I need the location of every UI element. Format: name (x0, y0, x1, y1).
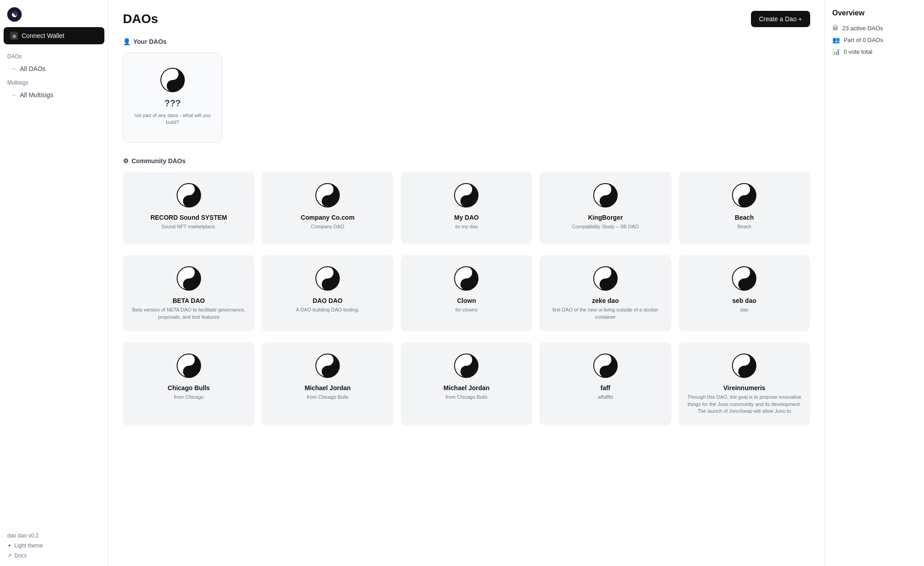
dao-card[interactable]: zeke daofirst DAO of the new ui living o… (539, 255, 671, 331)
docs-icon: ↗ (7, 552, 12, 559)
your-daos-section: 👤 Your DAOs ??? not part of any daos - w… (123, 38, 810, 143)
svg-point-5 (187, 199, 191, 203)
dao-card-desc: A DAO building DAO tooling. (296, 307, 359, 313)
dao-card-desc: Beach (737, 223, 751, 230)
dao-card-desc: dao (740, 307, 748, 313)
daos-section-label: DAOs (0, 50, 108, 61)
yin-yang-icon (160, 67, 185, 93)
svg-point-37 (325, 358, 330, 362)
community-daos-title: ⚙ Community DAOs (123, 157, 810, 165)
community-daos-section: ⚙ Community DAOs RECORD Sound SYSTEMSoun… (123, 157, 810, 425)
overview-item-text: 23 active DAOs (842, 25, 883, 32)
dao-card-name: My DAO (454, 213, 478, 222)
sidebar-logo: ☯ (0, 0, 108, 27)
empty-desc: not part of any daos - what will you bui… (134, 112, 211, 126)
yin-yang-icon (593, 183, 618, 208)
yin-yang-icon (732, 353, 757, 378)
sidebar-bottom: dao dao v0.2 ✦ Light theme ↗ Docs (0, 525, 108, 566)
dao-card-name: Vireinnumeris (723, 384, 765, 392)
dao-card[interactable]: seb daodao (679, 255, 810, 331)
yin-yang-icon (315, 353, 340, 378)
svg-point-14 (603, 199, 608, 203)
dao-card-desc: Sound NFT marketplace. (161, 223, 216, 230)
create-dao-button[interactable]: Create a Dao + (751, 11, 810, 27)
dao-card-name: RECORD Sound SYSTEM (150, 213, 227, 222)
overview-title: Overview (832, 9, 917, 17)
sidebar-item-all-multisigs[interactable]: → All Multisigs (4, 88, 104, 102)
your-daos-empty-card[interactable]: ??? not part of any daos - what will you… (123, 52, 222, 143)
dao-card-name: seb dao (732, 297, 756, 305)
svg-point-26 (464, 282, 469, 287)
version-label: dao dao v0.2 (7, 531, 101, 541)
dao-card[interactable]: VireinnumerisThrough this DAO, the goal … (679, 342, 810, 425)
dao-card[interactable]: BETA DAOBeta version of NETA DAO to faci… (123, 255, 254, 331)
arrow-icon: → (11, 92, 16, 98)
dao-card[interactable]: faffaffafffd (539, 342, 671, 425)
wallet-icon: ▣ (10, 32, 18, 40)
svg-point-16 (742, 187, 746, 192)
svg-point-23 (325, 282, 330, 287)
dao-card[interactable]: KingBorgerCompatibility Study – SB DAO (539, 172, 671, 244)
theme-toggle[interactable]: ✦ Light theme (7, 541, 101, 551)
svg-point-41 (464, 369, 469, 374)
sidebar-item-all-daos[interactable]: → All DAOs (4, 61, 104, 76)
overview-item: 📊0 vote total (832, 48, 917, 55)
dao-card[interactable]: Company Co.comCompany DAO (262, 172, 393, 244)
yin-yang-icon (454, 353, 479, 378)
yin-yang-icon (732, 266, 757, 291)
multisigs-section-label: Multisigs (0, 76, 108, 88)
person-icon: 👤 (123, 38, 131, 45)
svg-point-7 (325, 187, 330, 192)
dao-card[interactable]: RECORD Sound SYSTEMSound NFT marketplace… (123, 172, 254, 244)
main-content: DAOs Create a Dao + 👤 Your DAOs ??? not … (108, 0, 825, 566)
dao-card[interactable]: Chicago Bullsfrom Chicago (123, 342, 254, 425)
dao-card[interactable]: DAO DAOA DAO building DAO tooling. (262, 255, 393, 331)
dao-card-name: faff (600, 384, 610, 392)
yin-yang-icon (176, 183, 202, 208)
svg-point-35 (187, 369, 191, 374)
dao-card[interactable]: Michael Jordanfrom Chicago Bulls (262, 342, 393, 425)
overview-item-icon: 🏛 (832, 24, 839, 32)
community-daos-grid-row2: BETA DAOBeta version of NETA DAO to faci… (123, 255, 810, 331)
docs-link[interactable]: ↗ Docs (7, 551, 101, 561)
svg-point-2 (170, 84, 175, 88)
connect-wallet-button[interactable]: ▣ Connect Wallet (4, 27, 104, 44)
dao-card[interactable]: Clownfor clowns (401, 255, 532, 331)
dao-card-name: Beach (735, 213, 754, 222)
dao-card-desc: Company DAO (311, 223, 344, 230)
svg-point-17 (742, 199, 746, 203)
svg-point-8 (325, 199, 330, 203)
theme-icon: ✦ (7, 542, 12, 549)
svg-point-11 (464, 199, 469, 203)
dao-card-name: Michael Jordan (444, 384, 490, 392)
yin-yang-icon (593, 266, 618, 291)
app-logo: ☯ (7, 7, 22, 22)
dao-card-desc: first DAO of the new ui living outside o… (547, 307, 664, 321)
overview-item-text: Part of 0 DAOs (844, 37, 883, 43)
dao-card[interactable]: BeachBeach (679, 172, 810, 244)
arrow-icon: → (11, 66, 16, 72)
svg-point-4 (187, 187, 191, 192)
dao-card-desc: Through this DAO, the goal is to propose… (686, 394, 803, 415)
overview-item: 👥Part of 0 DAOs (832, 36, 917, 43)
overview-items: 🏛23 active DAOs👥Part of 0 DAOs📊0 vote to… (832, 24, 917, 55)
svg-point-28 (603, 270, 608, 275)
community-daos-grid-row1: RECORD Sound SYSTEMSound NFT marketplace… (123, 172, 810, 244)
yin-yang-icon (176, 353, 202, 378)
your-daos-title: 👤 Your DAOs (123, 38, 810, 45)
dao-card-desc: affafffd (598, 394, 613, 401)
yin-yang-icon (593, 353, 618, 378)
svg-point-44 (603, 369, 608, 374)
dao-card[interactable]: Michael Jordanfrom Chicago Bulls (401, 342, 532, 425)
svg-point-31 (742, 270, 746, 275)
dao-card-name: Clown (457, 297, 476, 305)
dao-card-desc: its my dao (455, 223, 478, 230)
dao-card-name: KingBorger (588, 213, 623, 222)
svg-point-22 (325, 270, 330, 275)
svg-point-47 (742, 369, 746, 374)
dao-card-desc: Beta version of NETA DAO to facilitate g… (130, 307, 247, 321)
yin-yang-icon (315, 266, 340, 291)
dao-card-name: Chicago Bulls (168, 384, 210, 392)
dao-card[interactable]: My DAOits my dao (401, 172, 532, 244)
empty-question: ??? (164, 98, 181, 108)
